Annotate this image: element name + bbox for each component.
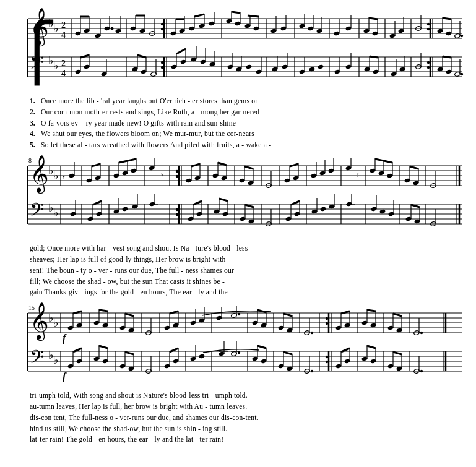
svg-point-527 [311,370,313,372]
svg-point-20 [111,27,114,30]
verse-2-line-1: 2. Our com-mon moth-er rests and sings, … [30,107,464,118]
svg-point-117 [161,66,163,69]
verse-5-line-1: 5. So let these al - tars wreathed with … [30,140,464,151]
lyrics-system-3: tri-umph told, With song and shout is Na… [28,390,465,445]
svg-point-553 [420,370,423,372]
svg-line-97 [443,18,451,19]
svg-point-438 [326,322,328,325]
svg-point-167 [309,67,315,72]
verse-1-text-3: tri-umph told, With song and shout is Na… [30,390,248,401]
verse-2-text-3: au-tumn leaves, Her lap is full, her bro… [30,401,247,413]
verse-number-4: 4. [30,129,38,140]
svg-text:f: f [63,333,67,344]
system-2: 8 𝄞 ♭ ♭ 𝄾 [11,153,465,298]
verse-2-line-2: sheaves; Her lap is full of good-ly thin… [30,254,464,265]
verse-2-text-2: sheaves; Her lap is full of good-ly thin… [30,254,226,265]
verse-5-text: So let these al - tars wreathed with flo… [41,140,271,151]
svg-line-336 [219,199,228,201]
svg-point-359 [379,209,386,214]
treble-staff-3: 15 𝄞 ♭ ♭ f [28,302,462,344]
svg-point-227 [176,175,178,178]
lyrics-system-2: gold; Once more with har - vest song and… [28,243,465,298]
svg-point-116 [161,61,163,64]
svg-line-80 [369,18,378,19]
svg-text:♭: ♭ [48,202,53,214]
svg-line-188 [443,56,451,58]
svg-point-226 [176,170,178,173]
svg-point-128 [427,66,430,69]
svg-text:♭: ♭ [53,169,58,182]
verse-number-1: 1. [30,96,38,107]
svg-text:♭: ♭ [53,207,58,219]
svg-line-451 [367,310,376,311]
svg-line-44 [194,14,204,17]
svg-line-240 [218,163,227,165]
svg-line-393 [99,310,108,311]
system-1: 𝄞 ♭ ♭ 2 4 [11,6,465,151]
verse-3-text: O fa-vors ev - 'ry year made new! O gift… [41,118,236,129]
svg-text:4: 4 [61,30,66,40]
svg-text:𝄢: 𝄢 [30,200,44,225]
svg-point-191 [461,73,463,75]
svg-point-419 [238,313,240,315]
svg-line-246 [244,166,253,169]
svg-text:♭: ♭ [53,317,58,329]
svg-line-177 [370,56,378,58]
svg-text:𝄾: 𝄾 [63,176,65,179]
verse-3-line-1: 3. O fa-vors ev - 'ry year made new! O g… [30,118,464,129]
system-3: 15 𝄞 ♭ ♭ f [11,301,465,445]
verse-5-text-2: gain Thanks-giv - ings for the gold - en… [30,287,228,298]
svg-point-168 [318,64,324,69]
svg-point-532 [326,361,328,363]
svg-text:♭: ♭ [48,165,53,177]
svg-point-127 [427,61,430,64]
verse-1-text: Once more the lib - 'ral year laughs out… [41,96,257,107]
svg-text:2: 2 [61,20,66,30]
svg-point-32 [161,28,163,30]
svg-line-425 [257,310,266,312]
svg-point-31 [161,23,163,25]
verse-number-3: 3. [30,118,38,129]
verse-number-5: 5. [30,140,38,151]
svg-text:𝄞: 𝄞 [30,302,49,341]
verse-3-text-2: sent! The boun - ty o - ver - runs our d… [30,265,234,276]
svg-text:♭: ♭ [53,354,58,366]
treble-staff-1: 𝄞 ♭ ♭ 2 4 [28,8,463,47]
verse-1-text-2: gold; Once more with har - vest song and… [30,243,248,254]
svg-point-90 [427,28,430,30]
svg-line-490 [125,352,134,354]
verse-4-text-2: fill; We choose the shad - ow, but the s… [30,276,225,288]
svg-point-461 [420,332,423,334]
verse-5-line-3: lat-ter rain! The gold - en hours, the e… [30,434,464,445]
verse-1-line-3: tri-umph told, With song and shout is Na… [30,390,464,401]
svg-point-100 [461,35,463,37]
lyrics-system-1: 1. Once more the lib - 'ral year laughs … [28,96,465,151]
verse-1-line-1: 1. Once more the lib - 'ral year laughs … [30,96,464,107]
verse-1-line-2: gold; Once more with har - vest song and… [30,243,464,254]
svg-text:f: f [63,371,67,382]
svg-point-317 [176,213,178,216]
svg-point-503 [199,354,205,359]
svg-text:𝄾: 𝄾 [161,173,163,177]
verse-2-text: Our com-mon moth-er rests and sings, Lik… [41,107,259,118]
svg-line-341 [245,205,254,207]
svg-line-543 [367,346,376,348]
verse-4-text: We shut our eyes, the flowers bloom on; … [41,129,254,140]
svg-line-399 [125,314,134,316]
verse-4-line-3: hind us still, We choose the shad-ow, bu… [30,424,464,435]
svg-text:♭: ♭ [48,54,53,67]
svg-text:𝄾: 𝄾 [357,173,359,177]
bass-staff-3: 𝄢 ♭ ♭ f [28,313,462,382]
verse-3-line-2: sent! The boun - ty o - ver - runs our d… [30,265,464,276]
svg-text:4: 4 [61,69,66,78]
svg-text:♭: ♭ [48,312,53,324]
svg-text:♭: ♭ [53,59,58,72]
svg-point-531 [326,356,328,358]
verse-4-text-3: hind us still, We choose the shad-ow, bu… [30,424,227,435]
svg-line-523 [283,352,292,354]
verse-4-line-2: fill; We choose the shad - ow, but the s… [30,276,464,288]
svg-point-437 [326,317,328,320]
svg-line-549 [393,352,402,354]
svg-text:♭: ♭ [48,349,53,361]
verse-5-line-2: gain Thanks-giv - ings for the gold - en… [30,287,464,298]
